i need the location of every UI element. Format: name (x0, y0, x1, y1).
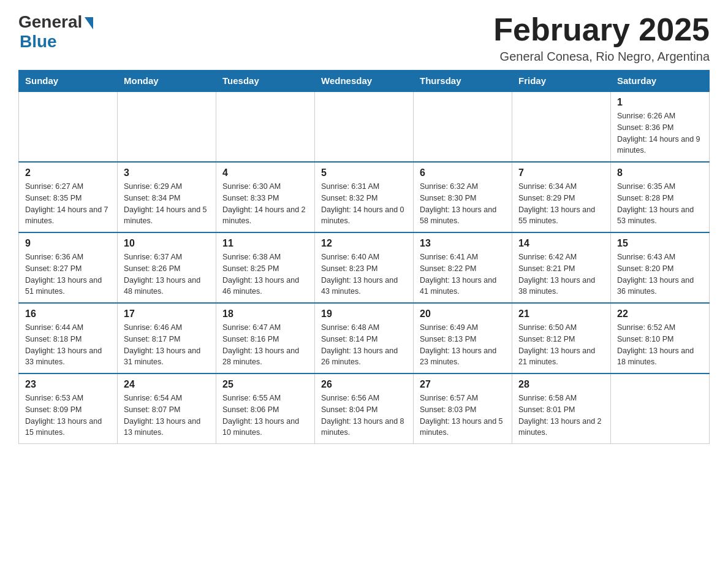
day-info: Sunrise: 6:53 AMSunset: 8:09 PMDaylight:… (25, 393, 111, 439)
col-wednesday: Wednesday (315, 71, 414, 92)
day-info: Sunrise: 6:38 AMSunset: 8:25 PMDaylight:… (222, 251, 308, 297)
day-info: Sunrise: 6:37 AMSunset: 8:26 PMDaylight:… (124, 251, 210, 297)
day-number: 27 (420, 379, 506, 390)
day-info: Sunrise: 6:43 AMSunset: 8:20 PMDaylight:… (617, 251, 703, 297)
calendar-table: Sunday Monday Tuesday Wednesday Thursday… (18, 70, 710, 444)
day-info: Sunrise: 6:35 AMSunset: 8:28 PMDaylight:… (617, 181, 703, 227)
day-info: Sunrise: 6:30 AMSunset: 8:33 PMDaylight:… (222, 181, 308, 227)
table-row: 20Sunrise: 6:49 AMSunset: 8:13 PMDayligh… (414, 303, 512, 373)
table-row: 14Sunrise: 6:42 AMSunset: 8:21 PMDayligh… (512, 232, 611, 303)
table-row (118, 91, 216, 162)
col-sunday: Sunday (19, 71, 118, 92)
day-number: 16 (25, 308, 111, 320)
week-row-5: 23Sunrise: 6:53 AMSunset: 8:09 PMDayligh… (19, 373, 710, 444)
col-saturday: Saturday (611, 71, 710, 92)
day-info: Sunrise: 6:49 AMSunset: 8:13 PMDaylight:… (420, 322, 506, 368)
table-row: 27Sunrise: 6:57 AMSunset: 8:03 PMDayligh… (414, 373, 512, 444)
day-info: Sunrise: 6:58 AMSunset: 8:01 PMDaylight:… (518, 393, 604, 439)
week-row-4: 16Sunrise: 6:44 AMSunset: 8:18 PMDayligh… (19, 303, 710, 373)
day-info: Sunrise: 6:46 AMSunset: 8:17 PMDaylight:… (124, 322, 210, 368)
table-row (414, 91, 512, 162)
table-row: 19Sunrise: 6:48 AMSunset: 8:14 PMDayligh… (315, 303, 414, 373)
day-info: Sunrise: 6:56 AMSunset: 8:04 PMDaylight:… (321, 393, 407, 439)
day-info: Sunrise: 6:34 AMSunset: 8:29 PMDaylight:… (518, 181, 604, 227)
table-row: 28Sunrise: 6:58 AMSunset: 8:01 PMDayligh… (512, 373, 611, 444)
day-info: Sunrise: 6:31 AMSunset: 8:32 PMDaylight:… (321, 181, 407, 227)
table-row: 21Sunrise: 6:50 AMSunset: 8:12 PMDayligh… (512, 303, 611, 373)
day-number: 12 (321, 238, 407, 249)
table-row: 15Sunrise: 6:43 AMSunset: 8:20 PMDayligh… (611, 232, 710, 303)
week-row-1: 1Sunrise: 6:26 AMSunset: 8:36 PMDaylight… (19, 91, 710, 162)
table-row: 6Sunrise: 6:32 AMSunset: 8:30 PMDaylight… (414, 162, 512, 232)
day-info: Sunrise: 6:44 AMSunset: 8:18 PMDaylight:… (25, 322, 111, 368)
table-row (216, 91, 315, 162)
day-info: Sunrise: 6:47 AMSunset: 8:16 PMDaylight:… (222, 322, 308, 368)
day-number: 26 (321, 379, 407, 390)
logo: General Blue (18, 12, 93, 52)
week-row-2: 2Sunrise: 6:27 AMSunset: 8:35 PMDaylight… (19, 162, 710, 232)
table-row: 10Sunrise: 6:37 AMSunset: 8:26 PMDayligh… (118, 232, 216, 303)
day-info: Sunrise: 6:36 AMSunset: 8:27 PMDaylight:… (25, 251, 111, 297)
logo-arrow-icon (85, 17, 93, 29)
day-info: Sunrise: 6:50 AMSunset: 8:12 PMDaylight:… (518, 322, 604, 368)
week-row-3: 9Sunrise: 6:36 AMSunset: 8:27 PMDaylight… (19, 232, 710, 303)
page-header: General Blue February 2025 General Cones… (18, 12, 710, 64)
day-number: 8 (617, 167, 703, 178)
table-row: 26Sunrise: 6:56 AMSunset: 8:04 PMDayligh… (315, 373, 414, 444)
table-row: 8Sunrise: 6:35 AMSunset: 8:28 PMDaylight… (611, 162, 710, 232)
table-row: 1Sunrise: 6:26 AMSunset: 8:36 PMDaylight… (611, 91, 710, 162)
day-number: 6 (420, 167, 506, 178)
day-info: Sunrise: 6:29 AMSunset: 8:34 PMDaylight:… (124, 181, 210, 227)
day-number: 4 (222, 167, 308, 178)
table-row (611, 373, 710, 444)
day-number: 11 (222, 238, 308, 249)
table-row: 25Sunrise: 6:55 AMSunset: 8:06 PMDayligh… (216, 373, 315, 444)
day-number: 19 (321, 308, 407, 320)
day-number: 14 (518, 238, 604, 249)
day-number: 23 (25, 379, 111, 390)
day-info: Sunrise: 6:40 AMSunset: 8:23 PMDaylight:… (321, 251, 407, 297)
table-row: 12Sunrise: 6:40 AMSunset: 8:23 PMDayligh… (315, 232, 414, 303)
calendar-header-row: Sunday Monday Tuesday Wednesday Thursday… (19, 71, 710, 92)
table-row: 16Sunrise: 6:44 AMSunset: 8:18 PMDayligh… (19, 303, 118, 373)
day-number: 9 (25, 238, 111, 249)
table-row: 5Sunrise: 6:31 AMSunset: 8:32 PMDaylight… (315, 162, 414, 232)
day-info: Sunrise: 6:54 AMSunset: 8:07 PMDaylight:… (124, 393, 210, 439)
day-number: 24 (124, 379, 210, 390)
day-info: Sunrise: 6:55 AMSunset: 8:06 PMDaylight:… (222, 393, 308, 439)
day-info: Sunrise: 6:48 AMSunset: 8:14 PMDaylight:… (321, 322, 407, 368)
table-row (315, 91, 414, 162)
month-year-title: February 2025 (493, 12, 710, 47)
logo-top: General (18, 12, 93, 32)
col-tuesday: Tuesday (216, 71, 315, 92)
table-row: 9Sunrise: 6:36 AMSunset: 8:27 PMDaylight… (19, 232, 118, 303)
logo-general-text: General (18, 12, 82, 32)
title-block: February 2025 General Conesa, Rio Negro,… (493, 12, 710, 64)
day-number: 17 (124, 308, 210, 320)
table-row: 7Sunrise: 6:34 AMSunset: 8:29 PMDaylight… (512, 162, 611, 232)
day-number: 10 (124, 238, 210, 249)
table-row: 13Sunrise: 6:41 AMSunset: 8:22 PMDayligh… (414, 232, 512, 303)
day-info: Sunrise: 6:42 AMSunset: 8:21 PMDaylight:… (518, 251, 604, 297)
table-row (19, 91, 118, 162)
day-info: Sunrise: 6:32 AMSunset: 8:30 PMDaylight:… (420, 181, 506, 227)
day-number: 1 (617, 97, 703, 108)
day-info: Sunrise: 6:57 AMSunset: 8:03 PMDaylight:… (420, 393, 506, 439)
day-info: Sunrise: 6:26 AMSunset: 8:36 PMDaylight:… (617, 110, 703, 156)
location-subtitle: General Conesa, Rio Negro, Argentina (493, 50, 710, 64)
day-number: 20 (420, 308, 506, 320)
day-number: 25 (222, 379, 308, 390)
day-info: Sunrise: 6:41 AMSunset: 8:22 PMDaylight:… (420, 251, 506, 297)
day-info: Sunrise: 6:27 AMSunset: 8:35 PMDaylight:… (25, 181, 111, 227)
table-row (512, 91, 611, 162)
day-number: 7 (518, 167, 604, 178)
day-number: 28 (518, 379, 604, 390)
table-row: 18Sunrise: 6:47 AMSunset: 8:16 PMDayligh… (216, 303, 315, 373)
table-row: 23Sunrise: 6:53 AMSunset: 8:09 PMDayligh… (19, 373, 118, 444)
table-row: 22Sunrise: 6:52 AMSunset: 8:10 PMDayligh… (611, 303, 710, 373)
table-row: 24Sunrise: 6:54 AMSunset: 8:07 PMDayligh… (118, 373, 216, 444)
day-number: 21 (518, 308, 604, 320)
day-number: 3 (124, 167, 210, 178)
logo-blue-text: Blue (20, 32, 57, 52)
day-number: 22 (617, 308, 703, 320)
